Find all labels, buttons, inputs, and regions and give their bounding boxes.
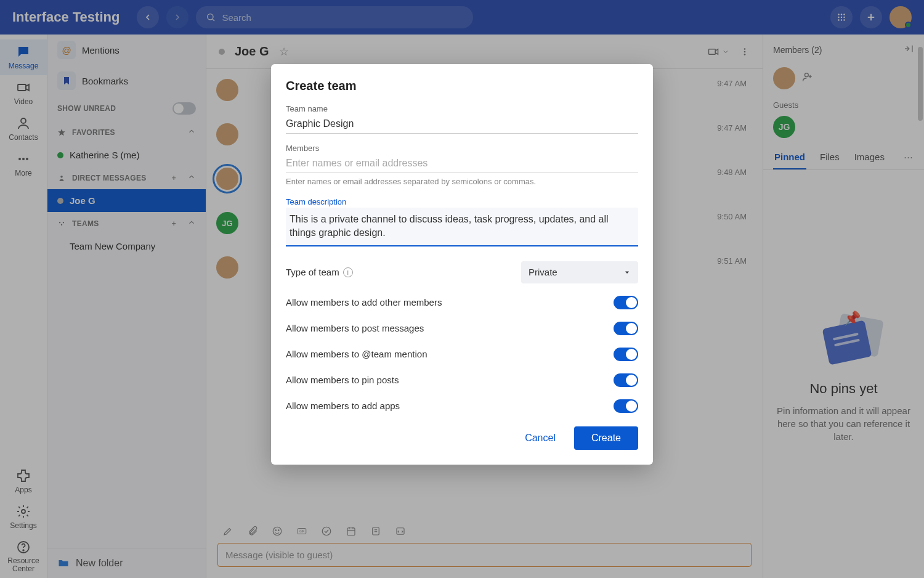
opt-add-members-toggle[interactable] [614,296,638,309]
info-icon[interactable]: i [343,267,353,277]
type-value: Private [529,267,557,277]
opt-mention-row: Allow members to @team mention [286,348,638,361]
description-label: Team description [286,197,638,206]
opt-pin-label: Allow members to pin posts [286,375,399,385]
members-helper-text: Enter names or email addresses separated… [286,177,638,186]
team-name-label: Team name [286,104,638,113]
opt-apps-toggle[interactable] [614,399,638,413]
members-label: Members [286,144,638,153]
dropdown-icon [623,269,631,276]
opt-mention-toggle[interactable] [614,348,638,361]
members-input[interactable] [286,154,638,173]
opt-mention-label: Allow members to @team mention [286,349,427,359]
team-name-input[interactable] [286,115,638,134]
opt-add-members-row: Allow members to add other members [286,296,638,309]
opt-apps-label: Allow members to add apps [286,401,400,411]
modal-title: Create team [286,79,638,93]
description-input[interactable] [286,208,638,246]
create-team-modal: Create team Team name Members Enter name… [271,64,653,465]
opt-post-toggle[interactable] [614,322,638,335]
type-of-team-row: Type of team i Private [286,261,638,283]
modal-footer: Cancel Create [286,426,638,450]
opt-post-row: Allow members to post messages [286,322,638,335]
svg-marker-51 [625,271,629,274]
opt-add-members-label: Allow members to add other members [286,297,442,307]
modal-overlay[interactable]: Create team Team name Members Enter name… [0,0,924,578]
opt-pin-row: Allow members to pin posts [286,373,638,387]
create-button[interactable]: Create [574,426,638,450]
type-label: Type of team i [286,267,353,277]
type-select[interactable]: Private [521,261,638,283]
opt-pin-toggle[interactable] [614,373,638,387]
opt-apps-row: Allow members to add apps [286,399,638,413]
opt-post-label: Allow members to post messages [286,323,424,333]
cancel-button[interactable]: Cancel [517,428,563,449]
